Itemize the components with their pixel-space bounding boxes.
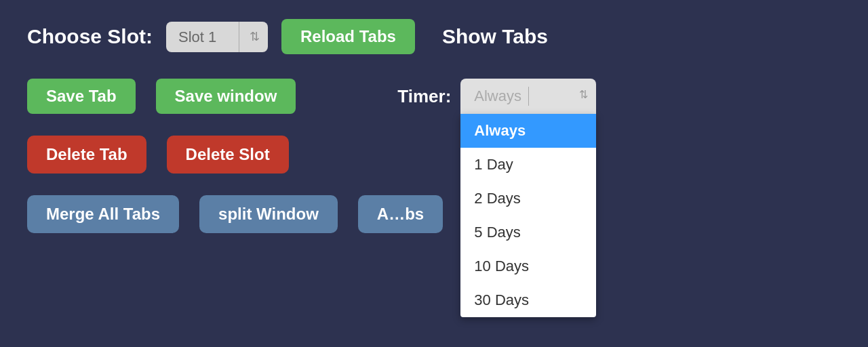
slot-select-wrapper: Slot 1 Slot 2 Slot 3 [166, 22, 268, 52]
show-tabs-label[interactable]: Show Tabs [442, 25, 548, 48]
dropdown-item-1day[interactable]: 1 Day [460, 148, 596, 182]
delete-slot-button[interactable]: Delete Slot [167, 136, 289, 174]
row4: Merge All Tabs split Window A…bs [27, 195, 841, 233]
merge-all-tabs-button[interactable]: Merge All Tabs [27, 195, 179, 233]
timer-vert-divider [528, 87, 529, 106]
choose-slot-label: Choose Slot: [27, 25, 153, 48]
timer-current-value: Always [474, 87, 521, 105]
save-window-button[interactable]: Save window [156, 79, 296, 114]
partial-label-bs: …bs [389, 205, 424, 223]
partial-label: A [377, 205, 389, 223]
reload-tabs-button[interactable]: Reload Tabs [281, 19, 415, 54]
slot-select[interactable]: Slot 1 Slot 2 Slot 3 [166, 22, 268, 52]
timer-label: Timer: [397, 79, 451, 114]
timer-chevron-icon: ⇅ [579, 88, 588, 101]
partial-button[interactable]: A…bs [358, 195, 443, 233]
dropdown-item-2days[interactable]: 2 Days [460, 182, 596, 216]
delete-tab-button[interactable]: Delete Tab [27, 136, 146, 174]
dropdown-item-30days[interactable]: 30 Days [460, 283, 596, 317]
main-container: Choose Slot: Slot 1 Slot 2 Slot 3 Reload… [0, 0, 868, 252]
timer-dropdown-menu: Always 1 Day 2 Days 5 Days 10 Days 30 Da… [460, 114, 596, 317]
dropdown-item-10days[interactable]: 10 Days [460, 249, 596, 283]
row1: Choose Slot: Slot 1 Slot 2 Slot 3 Reload… [27, 19, 841, 54]
slot-divider [239, 22, 239, 52]
dropdown-item-always[interactable]: Always [460, 114, 596, 148]
timer-select-display[interactable]: Always ⇅ [460, 79, 596, 114]
row2: Save Tab Save window Timer: Always ⇅ Alw… [27, 79, 841, 114]
save-tab-button[interactable]: Save Tab [27, 79, 136, 114]
timer-group: Timer: Always ⇅ Always 1 Day 2 Days 5 Da… [397, 79, 596, 114]
row3: Delete Tab Delete Slot [27, 136, 841, 174]
timer-select-wrapper[interactable]: Always ⇅ Always 1 Day 2 Days 5 Days 10 D… [460, 79, 596, 114]
split-window-button[interactable]: split Window [199, 195, 338, 233]
dropdown-item-5days[interactable]: 5 Days [460, 216, 596, 249]
